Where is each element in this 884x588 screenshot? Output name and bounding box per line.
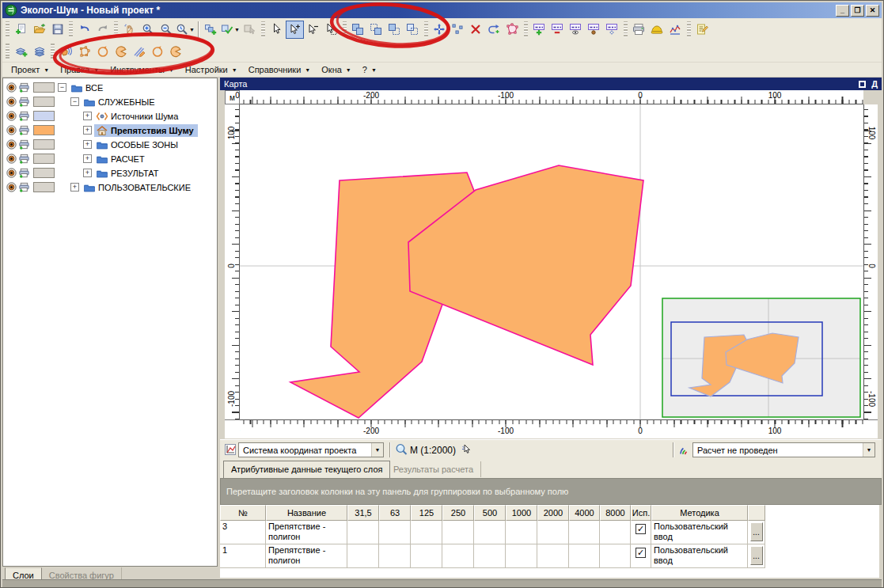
open-project-button[interactable] bbox=[30, 21, 48, 39]
tab-attributes[interactable]: Атрибутивные данные текущего слоя bbox=[223, 461, 390, 478]
expand-toggle-icon[interactable]: + bbox=[83, 140, 92, 149]
undo-button[interactable] bbox=[75, 21, 93, 39]
toolbar-grip[interactable] bbox=[69, 21, 73, 37]
cell-freq-125[interactable] bbox=[411, 521, 442, 544]
cell-freq-4000[interactable] bbox=[569, 521, 600, 544]
rotate-object-button[interactable] bbox=[485, 21, 503, 39]
close-button[interactable]: ✕ bbox=[866, 5, 879, 17]
shape-intersect-button[interactable] bbox=[367, 21, 385, 39]
tree-item-rezultat[interactable]: +РЕЗУЛЬТАТ bbox=[3, 166, 217, 180]
toolbar-grip[interactable] bbox=[51, 44, 55, 59]
maximize-panel-icon[interactable] bbox=[859, 81, 866, 88]
method-ellipsis-button[interactable]: ... bbox=[750, 522, 763, 541]
expand-toggle-icon[interactable]: + bbox=[83, 154, 92, 163]
cell-freq-2000[interactable] bbox=[537, 521, 569, 544]
layer-color-swatch[interactable] bbox=[33, 154, 55, 164]
tree-item-raschet[interactable]: +РАСЧЕТ bbox=[3, 152, 217, 165]
layer-print-icon[interactable] bbox=[18, 181, 31, 194]
pan-tool-button[interactable] bbox=[120, 21, 138, 39]
layer-visibility-eye-icon[interactable] bbox=[6, 153, 18, 165]
cell-freq-4000[interactable] bbox=[569, 544, 600, 568]
cursor-pin-icon[interactable] bbox=[460, 443, 472, 456]
checkbox-checked-icon[interactable]: ✓ bbox=[635, 548, 646, 558]
column-header-63[interactable]: 63 bbox=[379, 505, 411, 521]
layer-visibility-eye-icon[interactable] bbox=[6, 110, 18, 123]
noise-source-tool-button[interactable] bbox=[57, 42, 75, 60]
draw-sector-button[interactable] bbox=[112, 42, 130, 60]
column-header-250[interactable]: 250 bbox=[442, 505, 474, 521]
column-header-8000[interactable]: 8000 bbox=[600, 505, 631, 521]
tree-item-osobye-zony[interactable]: +ОСОБЫЕ ЗОНЫ bbox=[3, 138, 217, 151]
menu-item-edit[interactable]: Правка▼ bbox=[55, 63, 104, 76]
cell-freq-31,5[interactable] bbox=[347, 544, 379, 568]
cell-method[interactable]: Пользовательский ввод bbox=[651, 521, 748, 544]
select-remove-button[interactable] bbox=[304, 21, 322, 39]
add-figure-button[interactable] bbox=[202, 21, 220, 39]
layer-visibility-eye-icon[interactable] bbox=[6, 181, 18, 194]
shape-xor-button[interactable] bbox=[404, 21, 422, 39]
shape-union-button[interactable] bbox=[349, 21, 367, 39]
toolbar-grip[interactable] bbox=[6, 21, 9, 37]
chevron-down-icon[interactable]: ▼ bbox=[234, 27, 240, 32]
layer-print-icon[interactable] bbox=[18, 124, 31, 137]
tree-item-istochniki-shuma[interactable]: +Источники Шума bbox=[3, 109, 217, 123]
layer-print-icon[interactable] bbox=[18, 110, 31, 123]
column-header-Название[interactable]: Название bbox=[266, 505, 347, 521]
column-header-1000[interactable]: 1000 bbox=[506, 505, 537, 521]
vertex-dots-button[interactable] bbox=[449, 21, 467, 39]
toolbar-grip[interactable] bbox=[6, 44, 9, 59]
checkbox-checked-icon[interactable]: ✓ bbox=[635, 524, 646, 534]
edit-disabled-button[interactable] bbox=[241, 21, 259, 39]
draw-sector-alt-button[interactable] bbox=[166, 42, 184, 60]
shape-subtract-button[interactable] bbox=[385, 21, 404, 39]
layer-manager-button[interactable] bbox=[30, 42, 48, 60]
method-ellipsis-button[interactable]: ... bbox=[750, 546, 763, 565]
column-header-500[interactable]: 500 bbox=[474, 505, 506, 521]
column-header-extra[interactable] bbox=[748, 505, 765, 521]
zoom-out-button[interactable] bbox=[157, 21, 175, 39]
tree-item-polzovatelskie[interactable]: +ПОЛЬЗОВАТЕЛЬСКИЕ bbox=[3, 180, 217, 194]
layer-color-swatch[interactable] bbox=[33, 125, 55, 135]
tree-item-vse[interactable]: −ВСЕ bbox=[3, 81, 217, 94]
pin-panel-icon[interactable]: Д bbox=[871, 80, 878, 89]
tree-item-prepyatstviya-shumu[interactable]: +Препятствия Шуму bbox=[3, 123, 217, 137]
column-header-Исп.[interactable]: Исп. bbox=[631, 505, 651, 521]
label-remove-button[interactable] bbox=[548, 21, 567, 39]
cell-freq-250[interactable] bbox=[442, 521, 474, 544]
menu-item-help[interactable]: ?▼ bbox=[357, 63, 382, 76]
toolbar-grip[interactable] bbox=[343, 21, 347, 37]
chart-profile-button[interactable] bbox=[666, 21, 685, 39]
select-cursor-button[interactable] bbox=[267, 21, 286, 39]
cell-freq-1000[interactable] bbox=[506, 521, 537, 544]
cell-freq-31,5[interactable] bbox=[347, 521, 379, 544]
tree-item-sluzhebnye[interactable]: −СЛУЖЕБНЫЕ bbox=[3, 95, 217, 108]
cell-freq-250[interactable] bbox=[442, 544, 474, 568]
menu-item-references[interactable]: Справочники▼ bbox=[243, 63, 317, 76]
layer-add-button[interactable] bbox=[12, 42, 30, 60]
layer-visibility-eye-icon[interactable] bbox=[6, 167, 18, 180]
toolbar-grip[interactable] bbox=[687, 21, 691, 37]
zoom-in-button[interactable] bbox=[138, 21, 157, 39]
menu-item-windows[interactable]: Окна▼ bbox=[316, 63, 357, 76]
app-logo-icon[interactable] bbox=[5, 4, 17, 17]
save-project-button[interactable] bbox=[48, 21, 66, 39]
print-map-button[interactable] bbox=[630, 21, 648, 39]
cell-freq-8000[interactable] bbox=[600, 544, 631, 568]
cell-freq-63[interactable] bbox=[379, 521, 411, 544]
expand-toggle-icon[interactable]: + bbox=[83, 112, 92, 120]
layer-color-swatch[interactable] bbox=[33, 182, 55, 192]
layer-print-icon[interactable] bbox=[18, 167, 31, 180]
select-rect-button[interactable] bbox=[322, 21, 340, 39]
coord-system-combobox[interactable]: Система координат проекта ▼ bbox=[238, 442, 384, 457]
column-header-Методика[interactable]: Методика bbox=[651, 505, 748, 521]
collapse-toggle-icon[interactable]: − bbox=[58, 83, 66, 92]
expand-toggle-icon[interactable]: + bbox=[70, 183, 79, 192]
cell-number[interactable]: 1 bbox=[220, 544, 266, 568]
layer-print-icon[interactable] bbox=[18, 138, 31, 151]
column-header-31,5[interactable]: 31,5 bbox=[347, 505, 379, 521]
cell-name[interactable]: Препятствие - полигон bbox=[266, 521, 347, 544]
layer-color-swatch[interactable] bbox=[33, 82, 55, 93]
menu-item-tools[interactable]: Инструменты▼ bbox=[104, 63, 180, 76]
zoom-previous-button[interactable]: ▼ bbox=[175, 21, 195, 39]
new-project-button[interactable] bbox=[12, 21, 30, 39]
